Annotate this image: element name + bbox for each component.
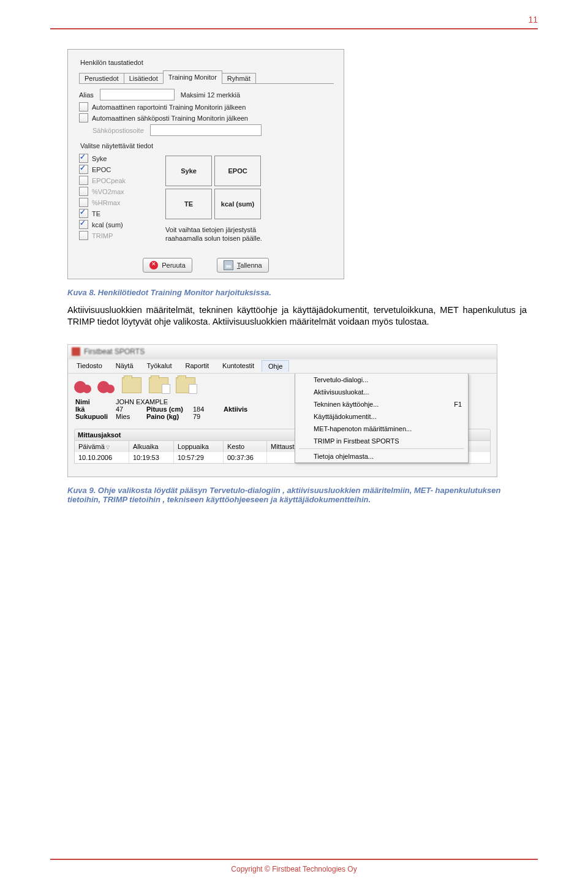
cb-epocpeak[interactable]	[79, 176, 88, 185]
menu-ohje[interactable]: Ohje	[262, 360, 289, 372]
cb-vo2max[interactable]	[79, 187, 88, 196]
cell-kcal[interactable]: kcal (sum)	[214, 189, 261, 219]
auto-report-checkbox[interactable]	[79, 102, 88, 111]
email-row: Sähköpostiosoite	[92, 124, 334, 136]
sm-label: Aktiivisuusluokat...	[314, 388, 369, 396]
tab-underline	[255, 83, 334, 84]
tab-lisatiedot[interactable]: Lisätiedot	[124, 73, 164, 84]
figure-caption-8: Kuva 8. Henkilötiedot Training Monitor h…	[67, 288, 527, 297]
submenu-met[interactable]: MET-hapenoton määrittäminen...	[295, 423, 468, 435]
cb-syke-label: Syke	[92, 155, 107, 162]
sm-label: Tekninen käyttöohje...	[314, 401, 379, 408]
folder-icon[interactable]	[122, 377, 141, 393]
cell-syke[interactable]: Syke	[165, 156, 212, 186]
sort-icon: ▽	[106, 445, 110, 450]
cancel-icon	[149, 261, 158, 270]
ohje-submenu: Tervetulo-dialogi... Aktiivisuusluokat..…	[295, 374, 469, 463]
submenu-tervetulo[interactable]: Tervetulo-dialogi...	[295, 374, 468, 386]
auto-email-checkbox[interactable]	[79, 113, 88, 123]
grid-column: Syke EPOC TE kcal (sum) Voit vaihtaa tie…	[165, 152, 263, 243]
alias-row: Alias Maksimi 12 merkkiä	[79, 89, 334, 100]
menu-tiedosto[interactable]: Tiedosto	[70, 360, 108, 371]
auto-email-row: Automaattinen sähköposti Training Monito…	[79, 113, 334, 123]
cancel-button[interactable]: Peruuta	[143, 258, 192, 273]
alias-hint: Maksimi 12 merkkiä	[181, 91, 240, 99]
cb-epoc-label: EPOC	[92, 166, 111, 173]
cb-epocpeak-label: EPOCpeak	[92, 177, 126, 184]
sm-label: Tietoja ohjelmasta...	[314, 453, 374, 460]
cb-syke[interactable]	[79, 154, 88, 163]
weight-label: Paino (kg)	[146, 413, 189, 420]
display-group: Valitse näytettävät tiedot Syke EPOC EPO…	[79, 140, 334, 243]
cb-hrmax-label: %HRmax	[92, 199, 120, 206]
auto-email-label: Automaattinen sähköposti Training Monito…	[92, 115, 248, 122]
button-row: Peruuta Tallenna	[68, 254, 344, 279]
check-column: Syke EPOC EPOCpeak %VO2max %HRmax TE kca…	[79, 152, 153, 242]
col-date[interactable]: Päivämä▽	[75, 441, 129, 452]
alias-label: Alias	[79, 91, 94, 99]
email-label: Sähköpostiosoite	[92, 127, 144, 134]
cb-kcal[interactable]	[79, 220, 88, 229]
person-dialog: Henkilön taustatiedot Perustiedot Lisäti…	[67, 49, 344, 279]
cb-epoc[interactable]	[79, 165, 88, 174]
copyright: Copyright © Firstbeat Technologies Oy	[0, 865, 588, 873]
cb-te[interactable]	[79, 209, 88, 218]
sm-label: MET-hapenoton määrittäminen...	[314, 425, 412, 432]
content: Henkilön taustatiedot Perustiedot Lisäti…	[67, 0, 527, 504]
cb-te-label: TE	[92, 210, 100, 217]
cell-te[interactable]: TE	[165, 189, 212, 219]
menu-tyokalut[interactable]: Työkalut	[141, 360, 178, 371]
auto-report-row: Automaattinen raportointi Training Monit…	[79, 102, 334, 111]
save-label: Tallenna	[237, 262, 262, 269]
header-rule	[50, 28, 538, 29]
submenu-trimp[interactable]: TRIMP in Firstbeat SPORTS	[295, 435, 468, 447]
reorder-hint: Voit vaihtaa tietojen järjestystä raahaa…	[165, 225, 263, 243]
email-input[interactable]	[150, 124, 262, 136]
alias-input[interactable]	[100, 89, 175, 100]
age-value: 47	[116, 405, 143, 413]
grid-cells: Syke EPOC TE kcal (sum)	[165, 156, 263, 219]
cell-date: 10.10.2006	[75, 452, 129, 463]
cancel-label: Peruuta	[162, 262, 186, 269]
menubar: Tiedosto Näytä Työkalut Raportit Kuntote…	[68, 359, 497, 372]
col-end[interactable]: Loppuaika	[174, 441, 224, 452]
page: 11 Henkilön taustatiedot Perustiedot Lis…	[0, 0, 588, 882]
footer-rule	[50, 859, 538, 860]
cell-start: 10:19:53	[129, 452, 174, 463]
name-label: Nimi	[75, 398, 112, 405]
submenu-kayttajadok[interactable]: Käyttäjädokumentit...	[295, 410, 468, 423]
col-dur[interactable]: Kesto	[224, 441, 267, 452]
submenu-tietoja[interactable]: Tietoja ohjelmasta...	[295, 450, 468, 462]
cb-hrmax[interactable]	[79, 198, 88, 207]
sm-sc: F1	[454, 401, 462, 408]
hint-line2: raahaamalla solun toisen päälle.	[165, 235, 262, 242]
folder-note-icon[interactable]	[149, 377, 168, 393]
folder-note-icon-2[interactable]	[176, 377, 195, 393]
col-start[interactable]: Alkuaika	[129, 441, 174, 452]
cb-vo2max-label: %VO2max	[92, 188, 124, 195]
cell-epoc[interactable]: EPOC	[214, 156, 261, 186]
cb-trimp[interactable]	[79, 231, 88, 240]
cell-end: 10:57:29	[174, 452, 224, 463]
menu-nayta[interactable]: Näytä	[110, 360, 140, 371]
save-button[interactable]: Tallenna	[217, 258, 269, 273]
tab-training-monitor[interactable]: Training Monitor	[163, 70, 222, 84]
menu-kuntotestit[interactable]: Kuntotestit	[216, 360, 260, 371]
avatar-group-icon[interactable]	[74, 377, 91, 393]
tab-ryhmat[interactable]: Ryhmät	[222, 73, 256, 84]
submenu-aktiivisuusluokat[interactable]: Aktiivisuusluokat...	[295, 386, 468, 398]
activity-label: Aktiivis	[224, 405, 260, 413]
sex-label: Sukupuoli	[75, 413, 112, 420]
groupbox-title: Henkilön taustatiedot	[79, 59, 145, 66]
tab-row: Perustiedot Lisätiedot Training Monitor …	[79, 70, 334, 84]
tab-perustiedot[interactable]: Perustiedot	[79, 73, 124, 84]
avatar-group-icon-2[interactable]	[97, 377, 115, 393]
save-icon	[224, 260, 233, 270]
hint-line1: Voit vaihtaa tietojen järjestystä	[165, 226, 256, 233]
page-number: 11	[528, 15, 538, 24]
menu-raportit[interactable]: Raportit	[179, 360, 216, 371]
groupbox-person: Henkilön taustatiedot Perustiedot Lisäti…	[74, 55, 339, 248]
submenu-tekninen[interactable]: Tekninen käyttöohje...F1	[295, 398, 468, 410]
sm-label: Tervetulo-dialogi...	[314, 376, 368, 383]
height-label: Pituus (cm)	[146, 405, 189, 413]
